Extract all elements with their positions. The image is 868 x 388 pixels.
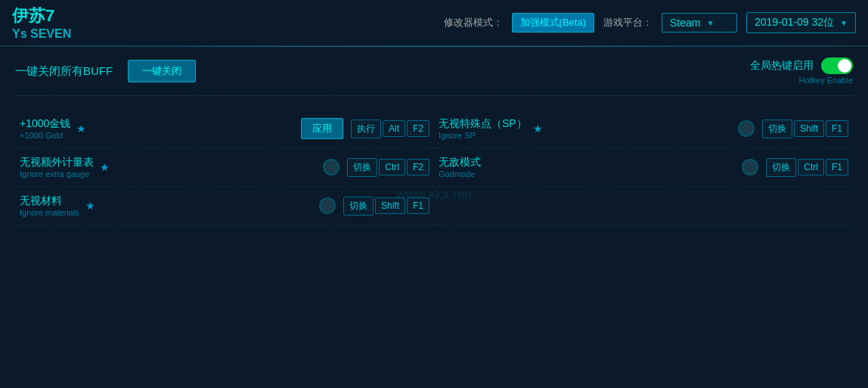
cheat-name-cn-ignore-sp: 无视特殊点（SP） [439, 117, 527, 131]
hotkey-combo-ignore-sp: 切换 Shift F1 [762, 120, 848, 138]
cheat-item-gold-inner: +1000金钱 +1000 Gold ★ [20, 117, 293, 140]
cheat-name-en-ignore-gauge: Ignore extra gauge [20, 169, 94, 178]
cheat-name-cn-godmode: 无敌模式 [439, 156, 481, 169]
platform-label: 游戏平台： [603, 16, 653, 29]
key-f1-ignore-sp: F1 [826, 120, 848, 137]
hotkey-combo-ignore-gauge: 切换 Ctrl F2 [347, 158, 429, 177]
cheat-item-ignore-sp: 无视特殊点（SP） Ignore SP ★ 切换 Shift F1 [434, 110, 853, 148]
cheat-name-group-ignore-materials: 无视材料 Ignore materials [20, 194, 79, 217]
title-section: 伊苏7 Ys SEVEN [12, 5, 71, 41]
version-value: 2019-01-09 32位 [755, 16, 834, 29]
cheat-name-en-godmode: Godmode [439, 169, 481, 178]
key-shift-ignore-sp: Shift [794, 120, 824, 137]
game-title-en: Ys SEVEN [12, 27, 71, 41]
top-bar: 伊苏7 Ys SEVEN 修改器模式： 加强模式(Beta) 游戏平台： Ste… [0, 0, 868, 46]
hotkey-toggle[interactable] [821, 57, 853, 74]
key-ctrl-godmode: Ctrl [798, 159, 824, 175]
cheat-item-gold: +1000金钱 +1000 Gold ★ 应用 执行 Alt F2 [15, 110, 434, 148]
hotkey-combo-gold: 执行 Alt F2 [351, 120, 429, 138]
cheat-name-cn-ignore-gauge: 无视额外计量表 [20, 156, 94, 169]
key-f2-gold: F2 [407, 120, 429, 137]
platform-dropdown[interactable]: Steam ▼ [662, 13, 737, 33]
cheats-grid: +1000金钱 +1000 Gold ★ 应用 执行 Alt F2 无视特殊点（… [15, 110, 853, 225]
cheat-item-ignore-materials: 无视材料 Ignore materials ★ 切换 Shift F1 [15, 187, 434, 225]
key-f1-godmode: F1 [826, 159, 848, 175]
oneclick-label: 一键关闭所有BUFF [15, 64, 113, 79]
key-switch-ignore-sp: 切换 [762, 120, 792, 138]
chevron-down-icon: ▼ [706, 19, 714, 27]
hotkey-enable-row: 全局热键启用 [750, 57, 853, 74]
cheat-name-group-ignore-sp: 无视特殊点（SP） Ignore SP [439, 117, 527, 140]
cheat-name-group-gold: +1000金钱 +1000 Gold [20, 117, 70, 140]
hotkey-label-cn: 全局热键启用 [750, 59, 814, 73]
hotkey-label-en: Hotkey Enable [798, 76, 853, 85]
key-alt-gold: Alt [383, 120, 405, 137]
cheat-item-empty [434, 187, 853, 225]
cheat-item-ignore-materials-inner: 无视材料 Ignore materials ★ [20, 194, 312, 217]
star-icon-ignore-sp[interactable]: ★ [533, 123, 543, 135]
key-switch-ignore-gauge: 切换 [347, 158, 377, 177]
cheat-name-cn-ignore-materials: 无视材料 [20, 194, 79, 208]
toggle-ignore-gauge[interactable] [323, 159, 339, 175]
hotkey-combo-godmode: 切换 Ctrl F1 [766, 158, 848, 177]
toggle-godmode[interactable] [742, 159, 758, 175]
key-switch-godmode: 切换 [766, 158, 796, 177]
top-right-controls: 修改器模式： 加强模式(Beta) 游戏平台： Steam ▼ 2019-01-… [444, 12, 856, 33]
main-content: 一键关闭所有BUFF 一键关闭 全局热键启用 Hotkey Enable +10… [0, 47, 868, 236]
oneclick-button[interactable]: 一键关闭 [128, 60, 196, 82]
oneclick-row: 一键关闭所有BUFF 一键关闭 全局热键启用 Hotkey Enable [15, 57, 853, 96]
key-f2-ignore-gauge: F2 [407, 159, 429, 175]
cheat-name-cn-gold: +1000金钱 [20, 117, 70, 131]
oneclick-left: 一键关闭所有BUFF 一键关闭 [15, 60, 196, 82]
star-icon-ignore-gauge[interactable]: ★ [100, 161, 110, 173]
toggle-ignore-sp[interactable] [738, 120, 755, 137]
hotkey-enable-section: 全局热键启用 Hotkey Enable [750, 57, 853, 85]
version-dropdown[interactable]: 2019-01-09 32位 ▼ [746, 12, 856, 33]
cheat-name-group-ignore-gauge: 无视额外计量表 Ignore extra gauge [20, 156, 94, 178]
cheat-name-en-ignore-sp: Ignore SP [439, 131, 527, 140]
cheat-item-ignore-gauge-inner: 无视额外计量表 Ignore extra gauge ★ [20, 156, 315, 178]
key-switch-ignore-materials: 切换 [343, 197, 374, 216]
cheat-name-en-ignore-materials: Ignore materials [20, 208, 79, 217]
key-f1-ignore-materials: F1 [407, 197, 429, 214]
key-shift-ignore-materials: Shift [375, 197, 405, 214]
star-icon-gold[interactable]: ★ [76, 123, 86, 135]
cheat-item-ignore-gauge: 无视额外计量表 Ignore extra gauge ★ 切换 Ctrl F2 [15, 148, 434, 187]
toggle-knob [838, 59, 851, 73]
platform-value: Steam [670, 17, 700, 29]
cheat-item-godmode: 无敌模式 Godmode 切换 Ctrl F1 [434, 148, 853, 187]
star-icon-ignore-materials[interactable]: ★ [85, 200, 95, 212]
mode-badge: 加强模式(Beta) [512, 13, 594, 33]
cheat-item-ignore-sp-inner: 无视特殊点（SP） Ignore SP ★ [439, 117, 730, 140]
chevron-down-icon-2: ▼ [840, 19, 848, 27]
key-exec-gold: 执行 [351, 120, 381, 138]
toggle-ignore-materials[interactable] [319, 197, 336, 214]
cheat-name-group-godmode: 无敌模式 Godmode [439, 156, 481, 178]
mode-label: 修改器模式： [444, 16, 503, 29]
key-ctrl-ignore-gauge: Ctrl [379, 159, 405, 175]
cheat-name-en-gold: +1000 Gold [20, 131, 70, 140]
apply-button-gold[interactable]: 应用 [301, 118, 343, 139]
hotkey-combo-ignore-materials: 切换 Shift F1 [343, 197, 429, 216]
game-title-cn: 伊苏7 [12, 5, 71, 27]
cheat-item-godmode-inner: 无敌模式 Godmode [439, 156, 734, 178]
